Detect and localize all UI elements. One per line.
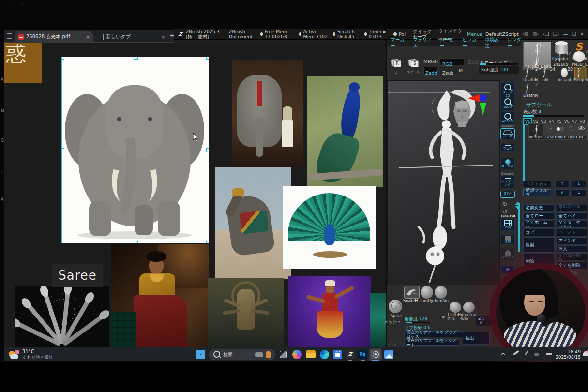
tool-thumbnail-old[interactable]: 34 (541, 68, 555, 78)
shelf-ghost-button[interactable]: ゴースト (500, 249, 515, 260)
selection-handle[interactable] (61, 148, 64, 152)
zbrush-titlebar[interactable]: Z ZBrush 2025.3 [拓二 志村] ZBrush Document … (174, 29, 588, 40)
subtool-title[interactable]: サブツール (526, 102, 552, 108)
elephant-main-image[interactable] (61, 57, 209, 243)
shelf-transparent-button[interactable]: 透明 (500, 234, 515, 245)
resolution-slider[interactable] (406, 322, 430, 323)
selection-handle[interactable] (206, 57, 209, 60)
minimize-icon[interactable]: — (563, 31, 568, 37)
all-home-button[interactable]: 全てホームへ (523, 221, 554, 228)
tray-usb-icon[interactable] (546, 353, 552, 355)
selection-handle[interactable] (61, 57, 64, 60)
brush-contrast[interactable] (463, 302, 475, 313)
brush-trimadaptive[interactable] (435, 286, 447, 299)
tool-thumbnail-merged[interactable] (574, 67, 587, 79)
extract-button[interactable]: 抽出 (463, 332, 490, 345)
shelf-polyframe-button[interactable]: PolyF (500, 219, 515, 231)
brush-clothhook[interactable] (450, 302, 461, 313)
kanji-card-image[interactable]: 惑 (4, 43, 42, 83)
shelf-100-button[interactable]: 100% (500, 97, 515, 110)
tab-close-icon[interactable]: × (86, 34, 90, 40)
rotate-cw-icon[interactable]: ↻ (503, 201, 507, 208)
insert-button[interactable]: 挿入 (556, 245, 587, 253)
tool-thumbnail-241105[interactable]: -92 (554, 51, 567, 64)
paint-icon[interactable] (569, 126, 573, 131)
search-box[interactable]: 検索 (209, 349, 275, 360)
subtool-scrollbar[interactable] (523, 125, 525, 181)
tool-thumbnail-distant[interactable]: 28 (558, 68, 573, 78)
divider-right-icon[interactable]: ▥› (532, 31, 539, 37)
move-up-button[interactable]: ↑ (555, 181, 570, 187)
shelf-xyz-button[interactable]: XYZ (500, 191, 515, 198)
restore-icon[interactable]: ❐ (572, 31, 576, 37)
copilot-icon[interactable] (292, 350, 302, 359)
append-button[interactable]: アペンド (556, 237, 587, 244)
move-down-section-button[interactable]: ↳ (572, 189, 586, 196)
camera-app-icon[interactable] (371, 350, 380, 359)
list-view-button[interactable]: リスト表示 (523, 181, 551, 187)
store-icon[interactable] (333, 350, 342, 359)
panel-right-icon[interactable]: ❒› (553, 31, 559, 37)
autosort-button[interactable]: 自動並べ替え (556, 204, 587, 211)
zbrush-canvas[interactable] (387, 80, 500, 285)
shelf-scrollbar[interactable] (518, 203, 520, 252)
group-label[interactable]: グルー (447, 317, 460, 321)
panel-left-icon[interactable]: ‹❒ (543, 31, 549, 37)
delete-others-button[interactable]: その他を削除 (556, 254, 587, 261)
all-low-button[interactable]: 全てロー (523, 212, 554, 220)
all-target-button[interactable]: 全てターゲットへ (556, 221, 587, 228)
peacock-fan-image[interactable] (283, 186, 376, 269)
rgb-intensity-control[interactable]: Rgb強度 100 (479, 66, 519, 74)
shelf-local-button[interactable]: ローカル (500, 158, 515, 169)
all-high-button[interactable]: 全てハイ (556, 212, 587, 220)
divider-left-icon[interactable]: ‹▥ (522, 31, 528, 37)
new-folder-button[interactable]: 新規フォルダ (523, 189, 551, 196)
visibility-toggle[interactable] (556, 127, 564, 131)
preprocess-button[interactable]: 現在のサブツールをプリプロセス (404, 331, 463, 337)
task-view-icon[interactable] (280, 351, 287, 358)
move-up-section-button[interactable]: ↱ (555, 189, 570, 196)
head-gizmo-icon[interactable] (451, 98, 474, 128)
projection-label[interactable]: 投影 (460, 317, 469, 321)
menus-toggle[interactable]: Menus (467, 31, 482, 37)
window-icon[interactable] (7, 33, 12, 39)
tab-close-icon[interactable]: × (161, 34, 166, 40)
duplicate-button[interactable]: 複製 (523, 237, 554, 253)
notification-bell-icon[interactable] (583, 351, 588, 356)
photos-icon[interactable] (384, 350, 393, 359)
menu-marker[interactable]: マーカー (391, 37, 407, 49)
tray-chevron-icon[interactable] (501, 353, 506, 358)
clock-widget[interactable]: 18:49 2025/08/15 (556, 349, 581, 360)
selection-handle[interactable] (206, 148, 209, 152)
edge-icon[interactable] (320, 350, 329, 359)
selection-handle[interactable] (134, 57, 138, 60)
axis-x-arrow[interactable] (468, 94, 480, 102)
zadd-button[interactable]: Zadd (423, 67, 438, 74)
eye-icon[interactable] (577, 126, 585, 131)
tool-thumbnail-pm3d[interactable]: 2 (573, 50, 586, 63)
temple-elephant-image[interactable] (232, 60, 303, 167)
tray-device-icon[interactable] (534, 353, 539, 356)
peacock-photo-image[interactable] (307, 76, 383, 187)
start-button[interactable] (196, 350, 205, 359)
subtool-count[interactable]: 表示数 4 (523, 109, 542, 114)
shelf-ac50-button[interactable]: AC50% (500, 111, 515, 125)
tool-thumbnail-deathn1[interactable]: 2 (523, 68, 538, 78)
paste-button[interactable]: ペースト (556, 229, 587, 236)
tray-stylus-icon[interactable] (525, 350, 529, 355)
shelf-render-button[interactable]: レンダリング (500, 176, 515, 188)
file-explorer-icon[interactable] (306, 350, 316, 358)
dot-toggle[interactable] (442, 316, 445, 318)
axis-y-arrow[interactable] (480, 103, 486, 115)
close-icon[interactable]: ✕ (580, 31, 584, 37)
menu-movie[interactable]: ムービー (440, 37, 456, 49)
selection-handle[interactable] (134, 241, 138, 243)
zcut-button[interactable]: Zcut (468, 60, 478, 65)
menu-preferences[interactable]: 環境設定 (485, 37, 501, 49)
bronze-sculpture-image[interactable] (208, 278, 284, 347)
decimate-button[interactable]: 現在のサブツールをデシメート (404, 339, 459, 346)
shelf-floor-button[interactable]: フロア (500, 144, 515, 152)
saree-woman-image[interactable] (111, 244, 209, 347)
tray-pen-icon[interactable] (513, 350, 519, 356)
rgb-button[interactable]: RGB (440, 58, 464, 65)
